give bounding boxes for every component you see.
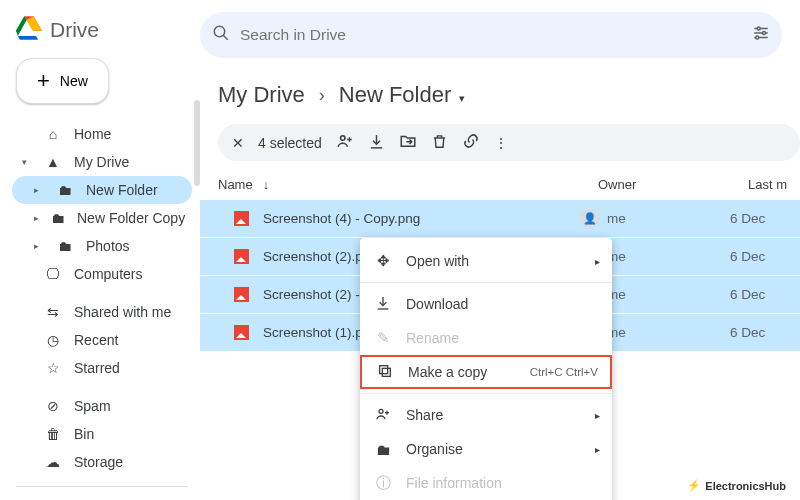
column-owner[interactable]: Owner xyxy=(598,177,748,192)
selection-count: 4 selected xyxy=(258,135,322,151)
sidebar-item-storage[interactable]: ☁ Storage xyxy=(12,448,192,476)
search-bar[interactable] xyxy=(200,12,782,58)
ctx-open-with[interactable]: ✥ Open with ▸ xyxy=(360,244,612,278)
file-date: 6 Dec xyxy=(730,287,800,302)
sidebar-item-label: Bin xyxy=(74,426,94,442)
sidebar-item-bin[interactable]: 🗑 Bin xyxy=(12,420,192,448)
divider xyxy=(360,393,612,394)
search-icon xyxy=(212,24,240,47)
copy-icon xyxy=(376,363,394,382)
svg-line-1 xyxy=(223,35,228,40)
new-button[interactable]: + New xyxy=(16,58,109,104)
delete-icon[interactable] xyxy=(431,133,448,153)
sidebar-item-home[interactable]: ⌂ Home xyxy=(12,120,192,148)
watermark: ⚡ ElectronicsHub xyxy=(687,479,786,492)
app-root: Drive + New ⌂ Home ▾ ▲ My Drive ▸ 🖿 New … xyxy=(0,0,800,500)
folder-icon: 🖿 xyxy=(51,210,65,226)
sidebar-item-computers[interactable]: 🖵 Computers xyxy=(12,260,192,288)
chevron-right-icon: › xyxy=(319,85,325,106)
image-file-icon xyxy=(234,287,249,302)
close-icon[interactable]: ✕ xyxy=(232,135,244,151)
ctx-share[interactable]: Share ▸ xyxy=(360,398,612,432)
share-person-icon[interactable] xyxy=(336,132,354,153)
avatar: 👤 xyxy=(580,209,599,228)
star-icon: ☆ xyxy=(44,360,62,376)
sidebar-item-spam[interactable]: ⊘ Spam xyxy=(12,392,192,420)
context-menu: ✥ Open with ▸ Download ✎ Rename xyxy=(360,238,612,500)
chevron-right-icon: ▸ xyxy=(595,410,600,421)
breadcrumb-root[interactable]: My Drive xyxy=(218,82,305,108)
filters-icon[interactable] xyxy=(752,24,770,46)
sidebar: Drive + New ⌂ Home ▾ ▲ My Drive ▸ 🖿 New … xyxy=(0,0,200,500)
sidebar-nav: ⌂ Home ▾ ▲ My Drive ▸ 🖿 New Folder ▸ 🖿 N… xyxy=(12,120,192,500)
selection-toolbar: ✕ 4 selected ⋮ xyxy=(218,124,800,161)
search-input[interactable] xyxy=(240,26,752,44)
file-date: 6 Dec xyxy=(730,325,800,340)
svg-point-5 xyxy=(763,32,766,35)
clock-icon: ◷ xyxy=(44,332,62,348)
breadcrumb-current[interactable]: New Folder ▾ xyxy=(339,82,466,108)
main-panel: My Drive › New Folder ▾ ✕ 4 selected xyxy=(200,0,800,500)
sidebar-item-label: Storage xyxy=(74,454,123,470)
chevron-right-icon[interactable]: ▸ xyxy=(34,241,44,251)
computers-icon: 🖵 xyxy=(44,266,62,282)
file-list: Screenshot (4) - Copy.png 👤me 6 Dec Scre… xyxy=(200,200,800,352)
sidebar-item-label: Starred xyxy=(74,360,120,376)
sidebar-item-recent[interactable]: ◷ Recent xyxy=(12,326,192,354)
ctx-make-copy[interactable]: Make a copy Ctrl+C Ctrl+V xyxy=(360,355,612,389)
sidebar-item-newfolder[interactable]: ▸ 🖿 New Folder xyxy=(12,176,192,204)
ctx-organise[interactable]: 🖿 Organise ▸ xyxy=(360,432,612,466)
download-icon[interactable] xyxy=(368,133,385,153)
svg-point-7 xyxy=(756,36,759,39)
ctx-rename: ✎ Rename xyxy=(360,321,612,355)
link-icon[interactable] xyxy=(462,132,480,153)
sidebar-item-starred[interactable]: ☆ Starred xyxy=(12,354,192,382)
file-date: 6 Dec xyxy=(730,249,800,264)
more-icon[interactable]: ⋮ xyxy=(494,135,508,151)
sidebar-item-label: Spam xyxy=(74,398,111,414)
logo-row: Drive xyxy=(12,12,192,58)
column-name[interactable]: Name xyxy=(218,177,253,192)
folder-icon: 🖿 xyxy=(374,441,392,458)
sidebar-item-label: Photos xyxy=(86,238,130,254)
ctx-download[interactable]: Download xyxy=(360,287,612,321)
sidebar-item-newfoldercopy[interactable]: ▸ 🖿 New Folder Copy xyxy=(12,204,192,232)
image-file-icon xyxy=(234,325,249,340)
svg-rect-11 xyxy=(382,368,390,376)
pencil-icon: ✎ xyxy=(374,329,392,347)
breadcrumb: My Drive › New Folder ▾ xyxy=(200,76,800,124)
drive-logo-icon xyxy=(16,16,42,44)
app-name: Drive xyxy=(50,18,99,42)
sidebar-item-label: Computers xyxy=(74,266,142,282)
trash-icon: 🗑 xyxy=(44,426,62,442)
sidebar-item-mydrive[interactable]: ▾ ▲ My Drive xyxy=(12,148,192,176)
chevron-right-icon[interactable]: ▸ xyxy=(34,185,44,195)
sort-arrow-icon[interactable]: ↓ xyxy=(263,177,270,192)
chevron-down-icon[interactable]: ▾ xyxy=(22,157,32,167)
table-row[interactable]: Screenshot (4) - Copy.png 👤me 6 Dec xyxy=(200,200,800,238)
list-header: Name ↓ Owner Last m xyxy=(200,169,800,200)
download-icon xyxy=(374,295,392,314)
sidebar-item-shared[interactable]: ⇆ Shared with me xyxy=(12,298,192,326)
divider xyxy=(16,486,188,487)
column-last[interactable]: Last m xyxy=(748,177,800,192)
caret-down-icon[interactable]: ▾ xyxy=(459,92,465,104)
svg-point-8 xyxy=(340,136,345,141)
ctx-file-info: ⓘ File information xyxy=(360,466,612,500)
chevron-right-icon[interactable]: ▸ xyxy=(34,213,39,223)
move-icon[interactable] xyxy=(399,132,417,153)
spam-icon: ⊘ xyxy=(44,398,62,414)
share-icon xyxy=(374,406,392,425)
info-icon: ⓘ xyxy=(374,474,392,493)
file-owner: me xyxy=(607,211,626,226)
sidebar-item-photos[interactable]: ▸ 🖿 Photos xyxy=(12,232,192,260)
cloud-icon: ☁ xyxy=(44,454,62,470)
sidebar-item-label: My Drive xyxy=(74,154,129,170)
image-file-icon xyxy=(234,249,249,264)
scrollbar[interactable] xyxy=(194,100,200,186)
bolt-icon: ⚡ xyxy=(687,479,701,492)
chevron-right-icon: ▸ xyxy=(595,256,600,267)
file-name: Screenshot (4) - Copy.png xyxy=(263,211,420,226)
sidebar-item-label: New Folder Copy xyxy=(77,210,185,226)
shortcut-label: Ctrl+C Ctrl+V xyxy=(530,366,598,378)
